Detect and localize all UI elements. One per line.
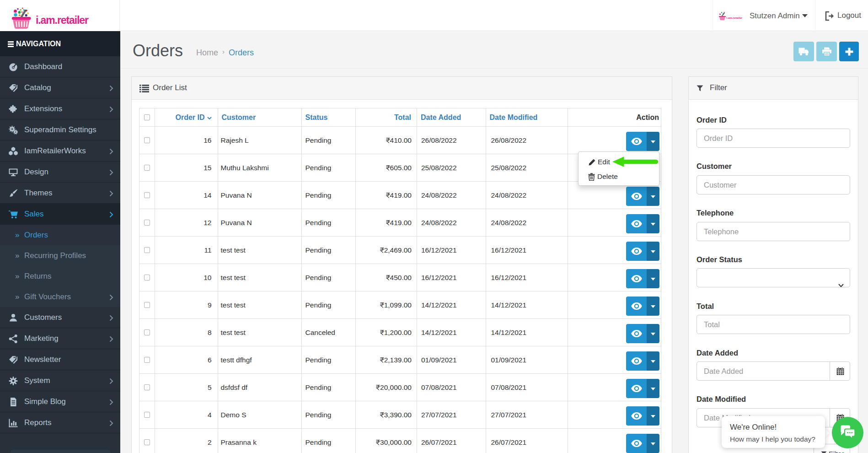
svg-text:i.am.retailer: i.am.retailer xyxy=(727,16,743,19)
